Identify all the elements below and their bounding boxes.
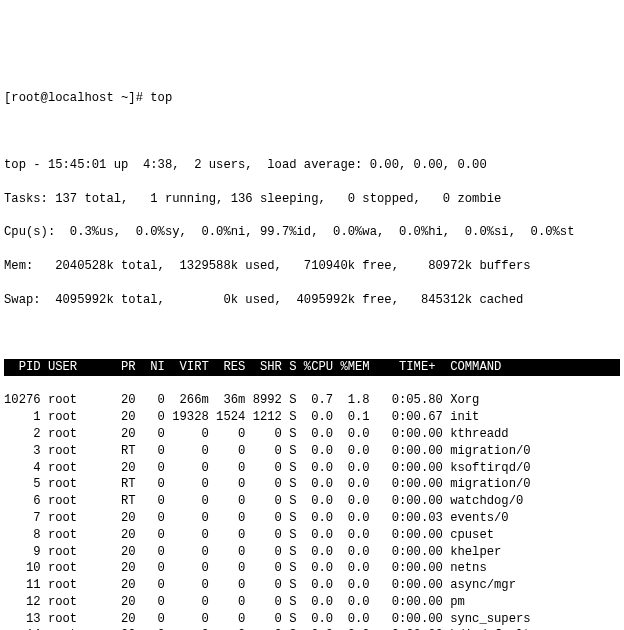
- top-uptime-line: top - 15:45:01 up 4:38, 2 users, load av…: [4, 157, 620, 174]
- process-row[interactable]: 13 root 20 0 0 0 0 S 0.0 0.0 0:00.00 syn…: [4, 611, 620, 628]
- process-row[interactable]: 2 root 20 0 0 0 0 S 0.0 0.0 0:00.00 kthr…: [4, 426, 620, 443]
- process-row[interactable]: 10276 root 20 0 266m 36m 8992 S 0.7 1.8 …: [4, 392, 620, 409]
- blank-line: [4, 124, 620, 141]
- process-row[interactable]: 3 root RT 0 0 0 0 S 0.0 0.0 0:00.00 migr…: [4, 443, 620, 460]
- shell-prompt: [root@localhost ~]# top: [4, 90, 620, 107]
- process-row[interactable]: 1 root 20 0 19328 1524 1212 S 0.0 0.1 0:…: [4, 409, 620, 426]
- terminal-output[interactable]: [root@localhost ~]# top top - 15:45:01 u…: [4, 73, 620, 630]
- blank-line: [4, 325, 620, 342]
- top-swap-line: Swap: 4095992k total, 0k used, 4095992k …: [4, 292, 620, 309]
- top-mem-line: Mem: 2040528k total, 1329588k used, 7109…: [4, 258, 620, 275]
- process-row[interactable]: 8 root 20 0 0 0 0 S 0.0 0.0 0:00.00 cpus…: [4, 527, 620, 544]
- top-tasks-line: Tasks: 137 total, 1 running, 136 sleepin…: [4, 191, 620, 208]
- process-row[interactable]: 6 root RT 0 0 0 0 S 0.0 0.0 0:00.00 watc…: [4, 493, 620, 510]
- process-row[interactable]: 10 root 20 0 0 0 0 S 0.0 0.0 0:00.00 net…: [4, 560, 620, 577]
- process-row[interactable]: 12 root 20 0 0 0 0 S 0.0 0.0 0:00.00 pm: [4, 594, 620, 611]
- process-row[interactable]: 11 root 20 0 0 0 0 S 0.0 0.0 0:00.00 asy…: [4, 577, 620, 594]
- process-row[interactable]: 4 root 20 0 0 0 0 S 0.0 0.0 0:00.00 ksof…: [4, 460, 620, 477]
- process-row[interactable]: 7 root 20 0 0 0 0 S 0.0 0.0 0:00.03 even…: [4, 510, 620, 527]
- process-row[interactable]: 9 root 20 0 0 0 0 S 0.0 0.0 0:00.00 khel…: [4, 544, 620, 561]
- process-table-body: 10276 root 20 0 266m 36m 8992 S 0.7 1.8 …: [4, 392, 620, 630]
- process-table-header[interactable]: PID USER PR NI VIRT RES SHR S %CPU %MEM …: [4, 359, 620, 376]
- process-row[interactable]: 5 root RT 0 0 0 0 S 0.0 0.0 0:00.00 migr…: [4, 476, 620, 493]
- top-cpu-line: Cpu(s): 0.3%us, 0.0%sy, 0.0%ni, 99.7%id,…: [4, 224, 620, 241]
